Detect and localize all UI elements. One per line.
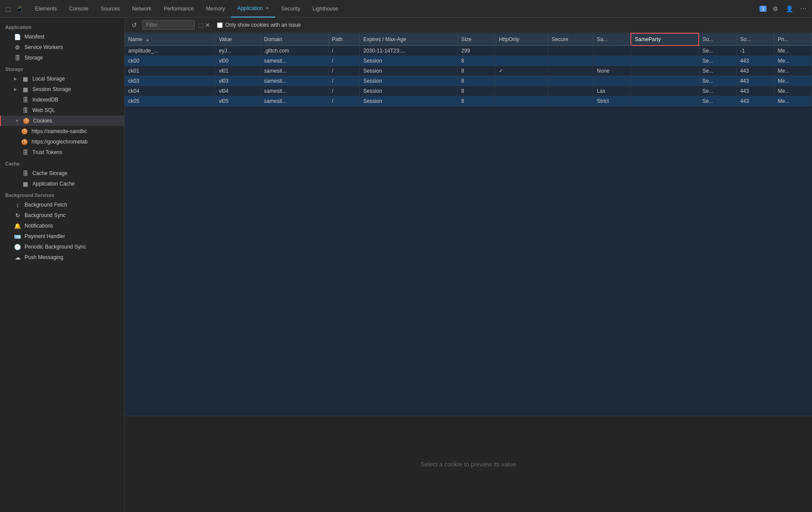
sidebar-item-label: Manifest [24, 34, 44, 40]
sidebar-item-cookie-samesite[interactable]: 🍪 https://samesite-sandbc [0, 126, 124, 137]
preview-area: Select a cookie to preview its value [125, 416, 812, 512]
sidebar-item-indexeddb[interactable]: ▶ 🗄 IndexedDB [0, 95, 124, 105]
col-sameparty[interactable]: SameParty [631, 33, 699, 46]
checkbox-label-text: Only show cookies with an issue [225, 22, 301, 28]
sidebar-item-storage[interactable]: 🗄 Storage [0, 53, 124, 63]
sidebar: Application 📄 Manifest ⚙ Service Workers… [0, 18, 125, 512]
tab-bar-right: 3 ⚙ 👤 ⋯ [760, 4, 808, 14]
col-size[interactable]: Size [458, 33, 495, 46]
preview-text: Select a cookie to preview its value [421, 461, 516, 468]
col-secure[interactable]: Secure [548, 33, 593, 46]
sidebar-item-label: Application Cache [32, 181, 75, 187]
col-name[interactable]: Name ▲ [125, 33, 215, 46]
filter-input[interactable] [142, 20, 195, 30]
cookies-table: Name ▲ Value Domain Path [125, 33, 812, 106]
cookies-table-wrapper: Name ▲ Value Domain Path [125, 33, 812, 416]
sidebar-item-manifest[interactable]: 📄 Manifest [0, 32, 124, 42]
sidebar-item-local-storage[interactable]: ▶ ▦ Local Storage [0, 74, 124, 84]
devtools-icons: ⬚ 📱 [4, 4, 24, 13]
user-icon[interactable]: 👤 [784, 4, 794, 14]
tab-bar: ⬚ 📱 Elements Console Sources Network Per… [0, 0, 812, 18]
tab-performance[interactable]: Performance [158, 0, 200, 18]
sidebar-item-background-fetch[interactable]: ↕ Background Fetch [0, 200, 124, 210]
sidebar-item-label: Cookies [33, 118, 52, 124]
sidebar-item-push-messaging[interactable]: ☁ Push Messaging [0, 252, 124, 263]
payment-handler-icon: 🪪 [14, 233, 21, 240]
refresh-button[interactable]: ↺ [130, 21, 139, 29]
col-so1[interactable]: So... [699, 33, 736, 46]
sidebar-item-application-cache[interactable]: ▶ ▦ Application Cache [0, 179, 124, 189]
sidebar-item-label: https://samesite-sandbc [32, 128, 87, 134]
table-row[interactable]: amplitude_...eyJ....glitch.com/2030-11-1… [125, 46, 812, 56]
tab-security[interactable]: Security [275, 0, 306, 18]
sidebar-item-web-sql[interactable]: ▶ 🗄 Web SQL [0, 105, 124, 116]
sort-arrow-icon: ▲ [145, 37, 150, 42]
table-row[interactable]: ck00vl00samesit.../Session8Se...443Me... [125, 56, 812, 66]
sidebar-item-session-storage[interactable]: ▶ ▦ Session Storage [0, 84, 124, 95]
tab-console[interactable]: Console [63, 0, 94, 18]
tab-close-icon[interactable]: ✕ [266, 6, 269, 11]
issue-filter-checkbox[interactable] [217, 22, 223, 28]
sidebar-item-cookies[interactable]: ▼ 🍪 Cookies [0, 116, 124, 126]
main-layout: Application 📄 Manifest ⚙ Service Workers… [0, 18, 812, 512]
col-pri[interactable]: Pri... [774, 33, 812, 46]
settings-icon[interactable]: ⚙ [770, 4, 780, 14]
sidebar-item-label: Push Messaging [24, 254, 63, 260]
table-header-row: Name ▲ Value Domain Path [125, 33, 812, 46]
indexeddb-icon: 🗄 [22, 96, 29, 103]
web-sql-icon: 🗄 [22, 107, 29, 114]
sidebar-item-label: Notifications [24, 223, 53, 229]
sidebar-item-label: Payment Handler [24, 233, 65, 239]
col-path[interactable]: Path [328, 33, 360, 46]
sidebar-item-cookie-googlechrome[interactable]: 🍪 https://googlechromelab [0, 137, 124, 147]
sidebar-item-label: Trust Tokens [32, 149, 62, 155]
trust-tokens-icon: 🗄 [22, 149, 29, 156]
sidebar-item-trust-tokens[interactable]: ▶ 🗄 Trust Tokens [0, 147, 124, 158]
col-sa[interactable]: Sa... [593, 33, 631, 46]
application-cache-icon: ▦ [22, 180, 29, 187]
badge-count: 3 [760, 6, 766, 12]
service-workers-icon: ⚙ [14, 44, 21, 51]
more-icon[interactable]: ⋯ [798, 4, 808, 14]
col-value[interactable]: Value [215, 33, 260, 46]
filter-options-icon[interactable]: ⬚ [198, 22, 203, 28]
bg-services-section-label: Background Services [0, 189, 124, 200]
push-messaging-icon: ☁ [14, 254, 21, 261]
sidebar-item-service-workers[interactable]: ⚙ Service Workers [0, 42, 124, 53]
clear-filter-icon[interactable]: ✕ [205, 22, 210, 28]
tab-sources[interactable]: Sources [94, 0, 126, 18]
sidebar-item-label: Web SQL [32, 107, 55, 113]
cursor-icon[interactable]: ⬚ [4, 4, 12, 13]
storage-icon: 🗄 [14, 54, 21, 61]
col-domain[interactable]: Domain [260, 33, 328, 46]
arrow-icon: ▶ [14, 87, 18, 91]
device-icon[interactable]: 📱 [15, 4, 24, 13]
tab-lighthouse[interactable]: Lighthouse [306, 0, 344, 18]
issue-filter-checkbox-label[interactable]: Only show cookies with an issue [217, 22, 301, 28]
col-so2[interactable]: So... [736, 33, 774, 46]
col-httponly[interactable]: HttpOnly [495, 33, 548, 46]
application-section-label: Application [0, 21, 124, 32]
tab-application[interactable]: Application ✕ [231, 0, 275, 18]
content-area: ↺ ⬚ ✕ Only show cookies with an issue Na… [125, 18, 812, 512]
tab-elements[interactable]: Elements [29, 0, 63, 18]
tab-network[interactable]: Network [126, 0, 158, 18]
sidebar-item-label: Storage [24, 55, 43, 61]
tab-memory[interactable]: Memory [200, 0, 231, 18]
notifications-icon: 🔔 [14, 222, 21, 229]
sidebar-item-background-sync[interactable]: ↻ Background Sync [0, 210, 124, 221]
sidebar-item-notifications[interactable]: 🔔 Notifications [0, 221, 124, 231]
sidebar-item-label: Service Workers [24, 44, 63, 50]
table-row[interactable]: ck04vl04samesit.../Session8LaxSe...443Me… [125, 86, 812, 96]
col-expires[interactable]: Expires / Max-Age [360, 33, 458, 46]
table-row[interactable]: ck05vl05samesit.../Session8StrictSe...44… [125, 96, 812, 106]
arrow-icon: ▼ [15, 119, 19, 123]
sidebar-item-cache-storage[interactable]: ▶ 🗄 Cache Storage [0, 168, 124, 179]
table-row[interactable]: ck01vl01samesit.../Session8✓NoneSe...443… [125, 66, 812, 76]
cookie-icon: 🍪 [21, 128, 28, 135]
table-row[interactable]: ck03vl03samesit.../Session8Se...443Me... [125, 76, 812, 86]
toolbar-extra-icons: ⬚ ✕ [198, 22, 210, 28]
cache-storage-icon: 🗄 [22, 170, 29, 177]
sidebar-item-payment-handler[interactable]: 🪪 Payment Handler [0, 231, 124, 242]
sidebar-item-periodic-bg-sync[interactable]: 🕐 Periodic Background Sync [0, 242, 124, 252]
